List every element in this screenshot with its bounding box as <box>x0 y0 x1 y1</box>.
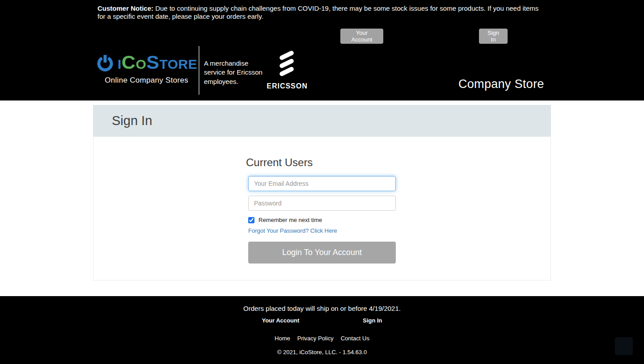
form-title: Current Users <box>246 156 396 169</box>
ericsson-wordmark: ERICSSON <box>266 82 309 90</box>
footer-nav-links: Home Privacy Policy Contact Us <box>0 335 644 342</box>
logo-part-co: Co <box>122 51 146 73</box>
footer-home-link[interactable]: Home <box>275 335 290 342</box>
signin-panel-body: Current Users Remember me next time Forg… <box>93 137 551 280</box>
header-divider <box>199 46 199 95</box>
main-content: Sign In Current Users Remember me next t… <box>0 100 644 280</box>
copyright-text: © 2021, iCoStore, LLC. - 1.54.63.0 <box>0 349 644 356</box>
power-icon <box>96 53 114 72</box>
site-header: Customer Notice: Due to continuing suppl… <box>0 0 644 100</box>
icostore-logo-row: iCoStore <box>96 53 197 72</box>
password-input[interactable] <box>248 196 396 211</box>
logo-tagline: Online Company Stores <box>96 76 197 85</box>
signin-panel: Sign In Current Users Remember me next t… <box>93 105 551 280</box>
panel-title: Sign In <box>112 113 152 128</box>
footer-account-links: Your Account Sign In <box>0 317 644 324</box>
logo-part-store: Store <box>146 51 197 73</box>
sign-in-button[interactable]: Sign In <box>479 29 508 44</box>
ericsson-bars-icon <box>278 51 296 78</box>
footer-sign-in-link[interactable]: Sign In <box>363 317 382 324</box>
merchandise-tagline: A merchandise service for Ericsson emplo… <box>204 59 267 86</box>
logo-part-i: i <box>118 51 122 73</box>
email-input[interactable] <box>248 176 396 191</box>
customer-notice-label: Customer Notice: <box>97 4 153 12</box>
ericsson-logo: ERICSSON <box>266 51 309 90</box>
your-account-button[interactable]: Your Account <box>340 29 383 44</box>
remember-checkbox[interactable] <box>248 217 254 223</box>
icostore-wordmark: iCoStore <box>118 53 197 72</box>
footer-contact-us-link[interactable]: Contact Us <box>341 335 369 342</box>
footer-privacy-policy-link[interactable]: Privacy Policy <box>297 335 334 342</box>
shipping-notice: Orders placed today will ship on or befo… <box>0 296 644 312</box>
signin-form: Current Users Remember me next time Forg… <box>248 156 396 264</box>
remember-label: Remember me next time <box>258 217 322 223</box>
login-button[interactable]: Login To Your Account <box>248 242 396 264</box>
remember-me-row: Remember me next time <box>248 217 396 223</box>
company-store-title: Company Store <box>458 77 544 91</box>
back-to-top-button[interactable] <box>615 337 633 355</box>
customer-notice-text: Due to continuing supply chain challenge… <box>97 4 538 20</box>
forgot-password-link[interactable]: Forgot Your Password? Click Here <box>248 227 337 234</box>
icostore-logo[interactable]: iCoStore Online Company Stores <box>96 53 197 85</box>
footer-your-account-link[interactable]: Your Account <box>262 317 299 324</box>
customer-notice: Customer Notice: Due to continuing suppl… <box>97 4 541 20</box>
site-footer: Orders placed today will ship on or befo… <box>0 296 644 364</box>
signin-panel-header: Sign In <box>93 105 551 137</box>
